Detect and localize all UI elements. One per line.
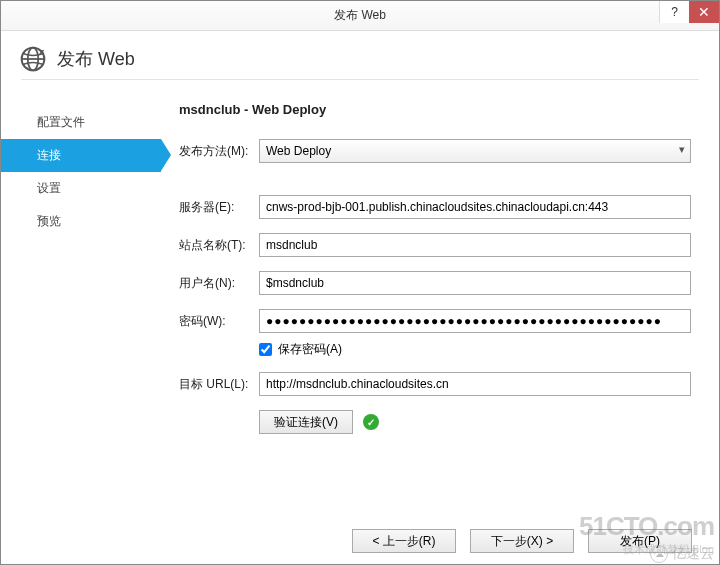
sidebar-item-profile[interactable]: 配置文件 xyxy=(1,106,161,139)
sitename-label: 站点名称(T): xyxy=(179,237,259,254)
sitename-input[interactable] xyxy=(259,233,691,257)
prev-button[interactable]: < 上一步(R) xyxy=(352,529,456,553)
save-password-checkbox[interactable] xyxy=(259,343,272,356)
titlebar: 发布 Web ? ✕ xyxy=(1,1,719,31)
sidebar: 配置文件 连接 设置 预览 xyxy=(1,88,161,434)
password-label: 密码(W): xyxy=(179,313,259,330)
password-input[interactable] xyxy=(259,309,691,333)
next-button[interactable]: 下一步(X) > xyxy=(470,529,574,553)
main-panel: msdnclub - Web Deploy 发布方法(M): Web Deplo… xyxy=(161,88,719,434)
username-input[interactable] xyxy=(259,271,691,295)
watermark-brand: ☁ 亿速云 xyxy=(650,545,714,563)
publish-method-label: 发布方法(M): xyxy=(179,143,259,160)
server-input[interactable] xyxy=(259,195,691,219)
dialog-header: 发布 Web xyxy=(1,31,719,79)
window-title: 发布 Web xyxy=(1,7,719,24)
verify-connection-button[interactable]: 验证连接(V) xyxy=(259,410,353,434)
check-ok-icon: ✓ xyxy=(363,414,379,430)
sidebar-item-settings[interactable]: 设置 xyxy=(1,172,161,205)
publish-method-select[interactable]: Web Deploy xyxy=(259,139,691,163)
close-button[interactable]: ✕ xyxy=(689,1,719,23)
cloud-icon: ☁ xyxy=(650,545,668,563)
sidebar-item-preview[interactable]: 预览 xyxy=(1,205,161,238)
server-label: 服务器(E): xyxy=(179,199,259,216)
save-password-label: 保存密码(A) xyxy=(278,341,342,358)
username-label: 用户名(N): xyxy=(179,275,259,292)
globe-icon xyxy=(19,45,47,73)
desturl-label: 目标 URL(L): xyxy=(179,376,259,393)
header-title: 发布 Web xyxy=(57,47,135,71)
sidebar-item-connection[interactable]: 连接 xyxy=(1,139,161,172)
desturl-input[interactable] xyxy=(259,372,691,396)
help-button[interactable]: ? xyxy=(659,1,689,23)
page-title: msdnclub - Web Deploy xyxy=(179,102,691,117)
